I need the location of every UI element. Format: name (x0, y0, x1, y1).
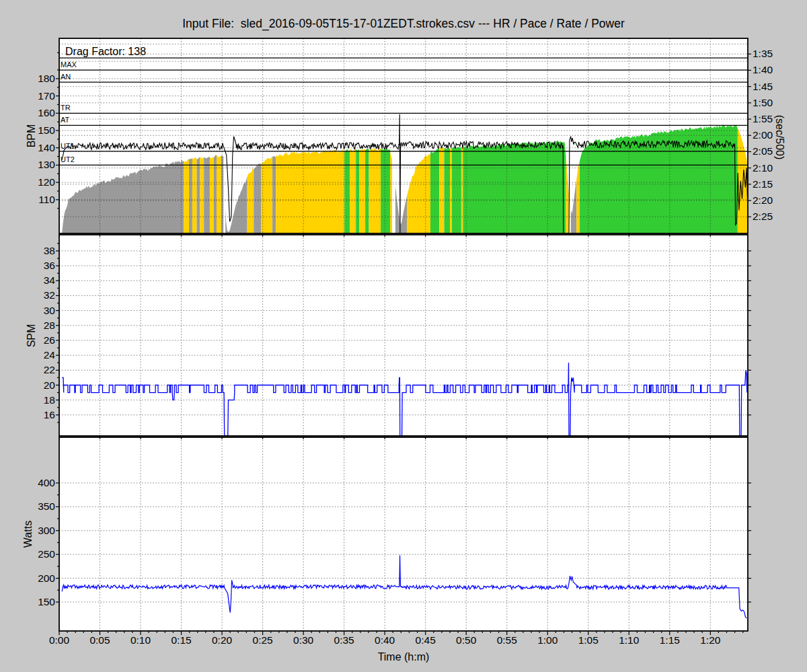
pace-y-tick-label: 2:05 (753, 147, 773, 157)
hr-zone-label: TR (61, 104, 71, 112)
x-tick-label: 0:55 (497, 635, 517, 646)
x-tick-label: 0:40 (375, 635, 395, 646)
spm-y-tick-label: 18 (44, 395, 55, 406)
x-tick-label: 1:00 (537, 635, 558, 646)
pace-y-tick-label: 2:00 (753, 130, 773, 141)
pace-y-tick-label: 1:45 (753, 81, 773, 92)
figure: Input File: sled_2016-09-05T15-17-01ZEDT… (0, 0, 807, 672)
x-tick-label: 0:25 (253, 635, 273, 646)
spm-axis-label: SPM (26, 324, 37, 348)
watts-y-tick-label: 150 (38, 597, 55, 607)
pace-y-tick-label: 2:10 (753, 163, 773, 174)
pace-axis-label: (sec/500) (774, 115, 785, 160)
hr-zone-label: AN (61, 73, 71, 81)
x-tick-label: 0:35 (334, 635, 354, 646)
pace-y-tick-label: 1:55 (753, 114, 773, 124)
spm-y-tick-label: 20 (44, 380, 55, 391)
spm-y-tick-label: 36 (44, 260, 55, 271)
hr-axis-label: BPM (26, 124, 37, 148)
drag-factor-annotation: Drag Factor: 138 (65, 46, 146, 57)
pace-y-tick-label: 2:15 (753, 179, 773, 190)
chart-canvas (0, 0, 807, 672)
x-tick-label: 1:10 (619, 635, 639, 646)
hr-y-tick-label: 170 (38, 91, 55, 102)
hr-y-tick-label: 110 (38, 194, 55, 205)
spm-y-tick-label: 22 (44, 365, 55, 376)
x-axis-label: Time (h:m) (0, 652, 807, 663)
x-tick-label: 1:15 (660, 635, 680, 646)
x-tick-label: 0:45 (416, 635, 436, 646)
spm-y-tick-label: 30 (44, 305, 55, 316)
spm-y-tick-label: 32 (44, 291, 55, 301)
hr-y-tick-label: 150 (38, 125, 55, 136)
pace-y-tick-label: 1:35 (753, 48, 773, 59)
hr-y-tick-label: 140 (38, 143, 55, 153)
watts-axis-label: Watts (23, 521, 34, 548)
pace-y-tick-label: 2:25 (753, 212, 773, 223)
x-tick-label: 1:20 (700, 635, 720, 646)
spm-y-tick-label: 24 (44, 350, 55, 361)
watts-y-tick-label: 300 (38, 525, 55, 536)
hr-y-tick-label: 180 (38, 73, 55, 84)
watts-y-tick-label: 200 (38, 573, 55, 584)
hr-y-tick-label: 130 (38, 160, 55, 171)
watts-y-tick-label: 250 (38, 549, 55, 560)
hr-y-tick-label: 120 (38, 177, 55, 188)
x-tick-label: 0:20 (212, 635, 232, 646)
watts-y-tick-label: 400 (38, 478, 55, 488)
spm-y-tick-label: 26 (44, 335, 55, 346)
x-tick-label: 0:50 (456, 635, 476, 646)
hr-zone-label: UT2 (61, 156, 75, 163)
chart-title: Input File: sled_2016-09-05T15-17-01ZEDT… (0, 18, 807, 30)
spm-y-tick-label: 28 (44, 320, 55, 331)
watts-y-tick-label: 350 (38, 502, 55, 513)
x-tick-label: 0:10 (130, 635, 151, 646)
x-tick-label: 0:15 (171, 635, 191, 646)
hr-zone-label: AT (61, 116, 69, 124)
hr-zone-label: UT1 (61, 142, 75, 149)
spm-y-tick-label: 16 (44, 410, 55, 420)
x-tick-label: 0:30 (293, 635, 313, 646)
spm-y-tick-label: 38 (44, 246, 55, 256)
spm-y-tick-label: 34 (44, 276, 55, 287)
pace-y-tick-label: 2:20 (753, 195, 773, 206)
hr-zone-label: MAX (61, 61, 77, 69)
pace-y-tick-label: 1:40 (753, 65, 773, 76)
hr-y-tick-label: 160 (38, 108, 55, 119)
pace-y-tick-label: 1:50 (753, 98, 773, 108)
x-tick-label: 0:05 (89, 635, 110, 646)
x-tick-label: 1:05 (578, 635, 599, 646)
x-tick-label: 0:00 (49, 635, 69, 646)
